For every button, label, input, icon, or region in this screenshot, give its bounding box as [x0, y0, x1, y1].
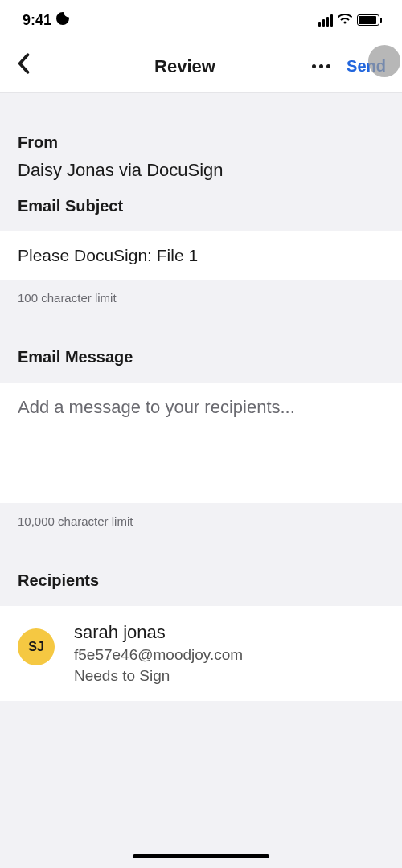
home-indicator[interactable] — [133, 854, 269, 858]
recipients-label: Recipients — [0, 539, 402, 606]
status-time: 9:41 — [23, 12, 51, 29]
back-button[interactable] — [16, 53, 31, 80]
status-indicators — [318, 12, 379, 29]
wifi-icon — [338, 12, 352, 29]
touch-indicator — [368, 45, 400, 77]
cellular-icon — [318, 14, 333, 27]
recipient-name: sarah jonas — [74, 622, 243, 643]
subject-input[interactable]: Please DocuSign: File 1 — [0, 231, 402, 280]
page-title: Review — [80, 56, 289, 77]
battery-icon — [357, 14, 379, 26]
status-time-group: 9:41 — [23, 12, 69, 29]
message-label: Email Message — [0, 316, 402, 383]
message-input[interactable]: Add a message to your recipients... — [0, 383, 402, 503]
from-label: From — [0, 133, 402, 152]
subject-limit: 100 character limit — [0, 280, 402, 316]
subject-label: Email Subject — [0, 197, 402, 231]
more-options-button[interactable] — [312, 64, 330, 68]
recipient-row[interactable]: SJ sarah jonas f5e57e46@moodjoy.com Need… — [0, 606, 402, 701]
recipient-status: Needs to Sign — [74, 667, 243, 685]
recipient-email: f5e57e46@moodjoy.com — [74, 646, 243, 664]
message-placeholder: Add a message to your recipients... — [18, 397, 384, 418]
message-limit: 10,000 character limit — [0, 503, 402, 539]
moon-icon — [56, 12, 69, 28]
nav-bar: Review Send — [0, 40, 402, 93]
recipient-info: sarah jonas f5e57e46@moodjoy.com Needs t… — [74, 622, 243, 685]
from-value: Daisy Jonas via DocuSign — [0, 160, 402, 197]
avatar: SJ — [18, 628, 55, 665]
status-bar: 9:41 — [0, 0, 402, 40]
